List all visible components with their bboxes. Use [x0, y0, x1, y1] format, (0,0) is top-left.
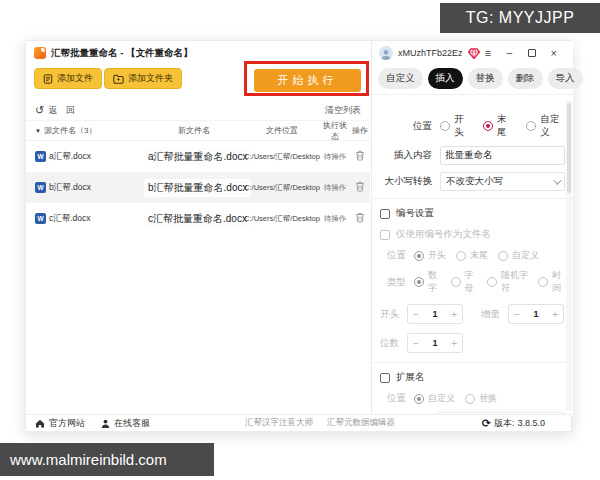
start-number-label: 开头 — [380, 308, 399, 321]
header-source[interactable]: ▼ 源文件名（3） — [26, 125, 144, 136]
maximize-icon[interactable] — [528, 49, 536, 57]
window-controls: ≡ − × — [485, 48, 557, 59]
radio-num-end: 末尾 — [456, 249, 488, 262]
product-link-pinyin[interactable]: 汇帮汉字注音大师 — [245, 417, 313, 429]
tab-import[interactable]: 导入 — [548, 68, 583, 89]
radio-position-custom[interactable]: 自定义 — [526, 113, 565, 139]
status-text: 待操作 — [320, 183, 350, 193]
numbering-settings-checkbox[interactable]: 编号设置 — [380, 207, 565, 220]
window-title: 汇帮批量重命名 - 【文件重命名】 — [51, 47, 192, 60]
tab-replace[interactable]: 替换 — [468, 68, 503, 89]
numbering-type-row: 类型 数字 字母 随机字符 — [380, 269, 565, 295]
scrollbar-thumb[interactable] — [567, 103, 571, 193]
file-list-pane: 汇帮批量重命名 - 【文件重命名】 添加文件 添加文件夹 开始执行 — [26, 41, 370, 416]
delete-row-button[interactable] — [355, 212, 365, 223]
insert-content-input[interactable] — [440, 146, 565, 165]
user-avatar[interactable] — [379, 46, 393, 60]
version-value: 3.8.5.0 — [517, 418, 545, 428]
radio-selected-icon — [414, 277, 424, 287]
product-link-metadata[interactable]: 汇帮元数据编辑器 — [327, 417, 395, 429]
delete-row-button[interactable] — [355, 181, 365, 192]
word-file-icon: W — [35, 182, 46, 193]
source-filename: b汇帮.docx — [49, 182, 91, 194]
radio-selected-icon — [414, 251, 424, 261]
tab-insert[interactable]: 插入 — [428, 68, 463, 89]
vip-gem-icon[interactable] — [468, 48, 480, 59]
digits-label: 位数 — [380, 337, 399, 350]
tab-delete[interactable]: 删除 — [508, 68, 543, 89]
menu-icon[interactable]: ≡ — [485, 48, 491, 59]
word-file-icon: W — [35, 151, 46, 162]
radio-position-end[interactable]: 末尾 — [483, 113, 513, 139]
case-convert-row: 大小写转换 不改变大小写 — [380, 172, 565, 191]
header-status: 执行状态 — [320, 120, 350, 142]
back-label: 返 回 — [48, 104, 78, 117]
start-number-value: 1 — [432, 309, 437, 319]
case-convert-label: 大小写转换 — [380, 175, 432, 188]
clear-list-button[interactable]: 清空列表 — [325, 104, 361, 117]
checkbox-icon — [380, 209, 390, 219]
add-file-button[interactable]: 添加文件 — [34, 68, 102, 89]
back-button[interactable]: ↺ 返 回 — [35, 104, 78, 117]
radio-icon — [498, 251, 508, 261]
list-action-row: ↺ 返 回 清空列表 — [26, 101, 370, 121]
radio-icon — [451, 277, 461, 287]
numbering-position-row: 位置 开头 末尾 自定义 — [380, 249, 565, 262]
person-icon — [101, 419, 110, 428]
insert-content-label: 插入内容 — [380, 149, 432, 162]
minimize-icon[interactable]: − — [506, 48, 512, 59]
chevron-down-icon — [553, 176, 561, 184]
delete-row-button[interactable] — [355, 150, 365, 161]
radio-type-time: 时间 — [538, 269, 565, 295]
radio-icon — [456, 251, 466, 261]
increment-value: 1 — [533, 309, 538, 319]
radio-icon — [487, 277, 497, 287]
status-bar: 官方网站 在线客服 汇帮汉字注音大师 汇帮元数据编辑器 ⟳ 版本: 3.8.5.… — [26, 414, 571, 431]
start-execute-button[interactable]: 开始执行 — [254, 69, 361, 92]
extension-checkbox[interactable]: 扩展名 — [380, 371, 565, 384]
minus-icon: − — [413, 338, 419, 349]
status-text: 待操作 — [320, 214, 350, 224]
site-watermark-label: www.malmireinbild.com — [0, 443, 214, 476]
increment-stepper: − 1 + — [508, 304, 564, 324]
source-filename: a汇帮.docx — [49, 151, 91, 163]
refresh-icon: ⟳ — [482, 417, 491, 430]
start-increment-row: 开头 − 1 + 增量 − 1 + — [380, 304, 565, 324]
table-row[interactable]: W a汇帮.docx a汇帮批量重命名.docx C:/Users/汇帮/Des… — [26, 141, 370, 172]
radio-icon — [465, 394, 475, 404]
checkbox-icon — [380, 373, 390, 383]
panel-titlebar: xMUzhTFb22Ez ≡ − × — [372, 41, 573, 65]
add-folder-label: 添加文件夹 — [128, 72, 173, 85]
panel-scrollbar[interactable] — [566, 101, 572, 411]
toolbar: 添加文件 添加文件夹 开始执行 — [26, 63, 370, 101]
header-new-name: 新文件名 — [144, 125, 244, 136]
minus-icon: − — [514, 309, 520, 320]
radio-selected-icon — [414, 394, 424, 404]
file-location: C:/Users/汇帮/Desktop — [244, 214, 320, 224]
close-icon[interactable]: × — [551, 48, 557, 59]
radio-icon — [440, 121, 450, 131]
status-text: 待操作 — [320, 152, 350, 162]
header-location: 文件位置 — [244, 125, 320, 136]
table-row[interactable]: W b汇帮.docx b汇帮批量重命名.docx C:/Users/汇帮/Des… — [26, 172, 370, 203]
online-support-link[interactable]: 在线客服 — [101, 417, 150, 430]
case-convert-select[interactable]: 不改变大小写 — [440, 172, 565, 191]
insert-content-row: 插入内容 — [380, 146, 565, 165]
radio-type-number: 数字 — [414, 269, 441, 295]
radio-position-start[interactable]: 开头 — [440, 113, 470, 139]
source-filename: c汇帮.docx — [49, 213, 91, 225]
tg-watermark-label: TG: MYYJJPP — [440, 3, 600, 33]
table-row[interactable]: W c汇帮.docx c汇帮批量重命名.docx C:/Users/汇帮/Des… — [26, 203, 370, 234]
official-site-link[interactable]: 官方网站 — [35, 417, 85, 430]
window-titlebar: 汇帮批量重命名 - 【文件重命名】 — [26, 43, 370, 63]
insert-settings: 位置 开头 末尾 自定义 — [372, 102, 573, 427]
add-folder-button[interactable]: 添加文件夹 — [104, 68, 182, 89]
position-label: 位置 — [380, 120, 432, 133]
username-text[interactable]: xMUzhTFb22Ez — [398, 48, 463, 58]
version-info[interactable]: ⟳ 版本: 3.8.5.0 — [482, 417, 545, 430]
radio-type-letter: 字母 — [451, 269, 478, 295]
minus-icon: − — [413, 309, 419, 320]
app-logo-icon — [34, 47, 46, 59]
radio-icon — [526, 121, 536, 131]
tab-custom[interactable]: 自定义 — [378, 68, 423, 89]
